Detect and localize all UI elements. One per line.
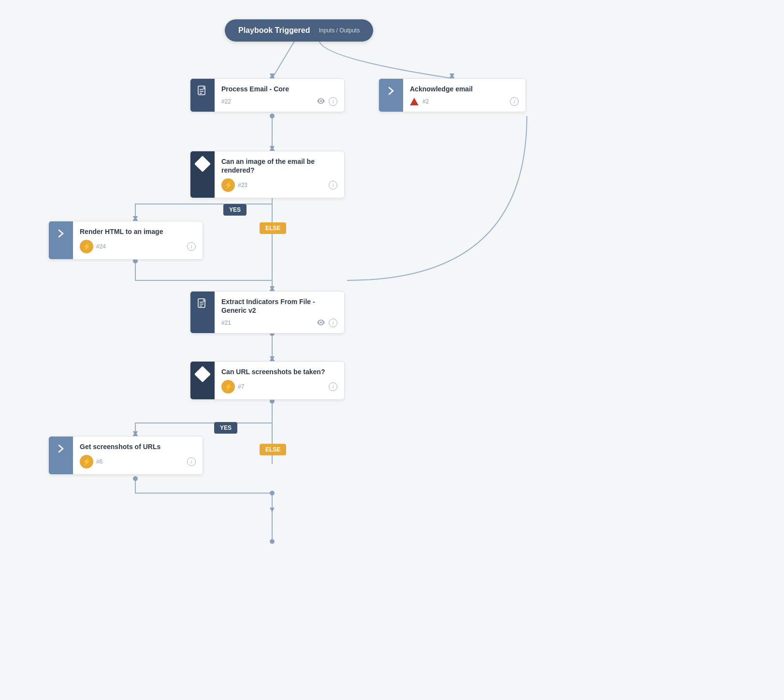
info-icon[interactable]: i bbox=[187, 242, 196, 251]
yes-badge-1: YES bbox=[223, 204, 247, 216]
info-icon[interactable]: i bbox=[329, 382, 337, 391]
node-title: Extract Indicators From File - Generic v… bbox=[221, 297, 337, 315]
info-icon[interactable]: i bbox=[187, 457, 196, 466]
svg-marker-25 bbox=[133, 431, 138, 436]
node-content: Can URL screenshots be taken? ⚡ #7 i bbox=[215, 362, 344, 399]
file-icon bbox=[197, 86, 208, 98]
svg-marker-23 bbox=[270, 286, 275, 291]
chevron-icon bbox=[387, 86, 395, 96]
svg-marker-20 bbox=[450, 73, 454, 78]
svg-marker-19 bbox=[270, 73, 275, 78]
node-icon-bar bbox=[49, 221, 73, 259]
node-title: Process Email - Core bbox=[221, 85, 337, 93]
info-icon[interactable]: i bbox=[510, 97, 519, 106]
lightning-icon: ⚡ bbox=[80, 455, 93, 468]
lightning-icon: ⚡ bbox=[80, 240, 93, 253]
process-email-core-node[interactable]: Process Email - Core #22 i bbox=[190, 78, 345, 112]
else-badge-1: ELSE bbox=[260, 222, 286, 234]
svg-point-7 bbox=[270, 114, 275, 118]
node-content: Render HTML to an image ⚡ #24 i bbox=[73, 221, 203, 259]
node-actions: i bbox=[317, 319, 337, 327]
info-icon[interactable]: i bbox=[329, 97, 337, 106]
trigger-sub-label: Inputs / Outputs bbox=[319, 27, 360, 34]
chevron-icon bbox=[57, 228, 65, 239]
svg-marker-24 bbox=[270, 356, 275, 361]
node-content: Acknowledge email #2 i bbox=[403, 79, 525, 112]
node-title: Render HTML to an image bbox=[80, 227, 196, 236]
node-content: Get screenshots of URLs ⚡ #6 i bbox=[73, 437, 203, 474]
diamond-icon bbox=[194, 156, 211, 172]
svg-marker-22 bbox=[133, 216, 138, 221]
workflow-canvas: Playbook Triggered Inputs / Outputs Proc… bbox=[0, 0, 784, 700]
node-icon-bar bbox=[49, 437, 73, 474]
node-footer: ⚡ #23 i bbox=[221, 178, 337, 192]
node-actions: i bbox=[317, 97, 337, 106]
node-footer: ⚡ #6 i bbox=[80, 455, 196, 468]
node-title: Can URL screenshots be taken? bbox=[221, 367, 337, 376]
node-actions: i bbox=[510, 97, 519, 106]
node-id: #24 bbox=[96, 243, 106, 250]
yes-badge-2: YES bbox=[214, 422, 237, 434]
can-image-rendered-node[interactable]: Can an image of the email be rendered? ⚡… bbox=[190, 151, 345, 198]
chevron-icon bbox=[57, 443, 65, 454]
node-footer: ⚡ #7 i bbox=[221, 380, 337, 394]
eye-icon[interactable] bbox=[317, 319, 325, 327]
node-footer: #2 i bbox=[410, 97, 519, 106]
node-id: #6 bbox=[96, 458, 102, 465]
lightning-icon: ⚡ bbox=[221, 380, 235, 394]
render-html-image-node[interactable]: Render HTML to an image ⚡ #24 i bbox=[48, 221, 203, 260]
node-icon-bar bbox=[190, 362, 215, 399]
svg-point-17 bbox=[133, 476, 138, 481]
file-icon bbox=[197, 298, 208, 311]
svg-line-0 bbox=[272, 40, 295, 78]
can-url-screenshots-node[interactable]: Can URL screenshots be taken? ⚡ #7 i bbox=[190, 361, 345, 400]
node-icon-bar bbox=[190, 292, 215, 333]
node-id: #2 bbox=[422, 98, 429, 105]
node-id: #22 bbox=[221, 98, 231, 105]
node-content: Process Email - Core #22 i bbox=[215, 79, 344, 112]
lightning-icon: ⚡ bbox=[221, 178, 235, 192]
diamond-icon bbox=[194, 366, 211, 382]
node-content: Extract Indicators From File - Generic v… bbox=[215, 292, 344, 333]
svg-marker-21 bbox=[270, 146, 275, 151]
trigger-node[interactable]: Playbook Triggered Inputs / Outputs bbox=[225, 19, 373, 42]
eye-icon[interactable] bbox=[317, 98, 325, 105]
warning-triangle bbox=[410, 98, 419, 105]
node-footer: #21 i bbox=[221, 319, 337, 327]
node-title: Get screenshots of URLs bbox=[80, 442, 196, 451]
node-icon-bar bbox=[190, 151, 215, 198]
node-title: Can an image of the email be rendered? bbox=[221, 157, 337, 175]
info-icon[interactable]: i bbox=[329, 319, 337, 327]
node-id: #21 bbox=[221, 320, 231, 326]
svg-marker-26 bbox=[270, 508, 275, 512]
trigger-label: Playbook Triggered bbox=[238, 26, 310, 35]
info-icon[interactable]: i bbox=[329, 181, 337, 190]
node-title: Acknowledge email bbox=[410, 85, 519, 93]
node-content: Can an image of the email be rendered? ⚡… bbox=[215, 151, 344, 198]
node-icon-bar bbox=[379, 79, 403, 112]
node-icon-bar bbox=[190, 79, 215, 112]
node-id: #23 bbox=[238, 182, 247, 189]
node-id: #7 bbox=[238, 383, 244, 390]
get-screenshots-urls-node[interactable]: Get screenshots of URLs ⚡ #6 i bbox=[48, 436, 203, 475]
extract-indicators-node[interactable]: Extract Indicators From File - Generic v… bbox=[190, 291, 345, 334]
acknowledge-email-node[interactable]: Acknowledge email #2 i bbox=[378, 78, 526, 112]
svg-point-38 bbox=[270, 539, 275, 544]
node-footer: #22 i bbox=[221, 97, 337, 106]
svg-point-18 bbox=[270, 491, 275, 496]
node-footer: ⚡ #24 i bbox=[80, 240, 196, 253]
else-badge-2: ELSE bbox=[260, 444, 286, 455]
